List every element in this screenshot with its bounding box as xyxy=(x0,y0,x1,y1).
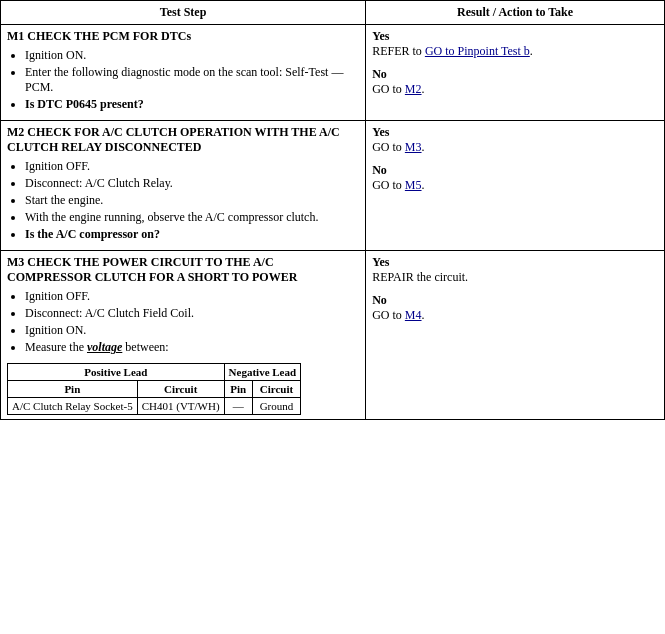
bullet-0-0: Ignition ON. xyxy=(25,48,359,63)
result-block-2-0: YesREPAIR the circuit. xyxy=(372,255,658,285)
bullet-2-1: Disconnect: A/C Clutch Field Coil. xyxy=(25,306,359,321)
step-bullets-m2: Ignition OFF.Disconnect: A/C Clutch Rela… xyxy=(25,159,359,242)
neg-pin-0: — xyxy=(224,398,252,415)
step-right-m3: YesREPAIR the circuit.NoGO to M4. xyxy=(366,251,665,420)
bullet-1-3: With the engine running, observe the A/C… xyxy=(25,210,359,225)
voltage-table-m3: Positive LeadNegative LeadPinCircuitPinC… xyxy=(7,363,301,415)
neg-circuit-0: Ground xyxy=(252,398,300,415)
voltage-table-col-headers: PinCircuitPinCircuit xyxy=(8,381,301,398)
bullet-0-1: Enter the following diagnostic mode on t… xyxy=(25,65,359,95)
bullet-2-2: Ignition ON. xyxy=(25,323,359,338)
col-header-1: Circuit xyxy=(137,381,224,398)
step-heading-m3: M3 CHECK THE POWER CIRCUIT TO THE A/C CO… xyxy=(7,255,359,285)
result-label-2-1: No xyxy=(372,293,387,307)
main-table: Test Step Result / Action to Take M1 CHE… xyxy=(0,0,665,420)
result-link-1-0[interactable]: M3 xyxy=(405,140,422,154)
bullet-2-3: Measure the voltage between: xyxy=(25,340,359,355)
voltage-table-span-header: Positive LeadNegative Lead xyxy=(8,364,301,381)
pos-circuit-0: CH401 (VT/WH) xyxy=(137,398,224,415)
result-block-1-0: YesGO to M3. xyxy=(372,125,658,155)
step-right-m2: YesGO to M3.NoGO to M5. xyxy=(366,121,665,251)
col-header-3: Circuit xyxy=(252,381,300,398)
voltage-table-row-0: A/C Clutch Relay Socket-5CH401 (VT/WH)—G… xyxy=(8,398,301,415)
result-label-2-0: Yes xyxy=(372,255,389,269)
result-link-2-1[interactable]: M4 xyxy=(405,308,422,322)
step-heading-m1: M1 CHECK THE PCM FOR DTCs xyxy=(7,29,359,44)
result-label-0-0: Yes xyxy=(372,29,389,43)
step-bullets-m3: Ignition OFF.Disconnect: A/C Clutch Fiel… xyxy=(25,289,359,355)
result-link-0-1[interactable]: M2 xyxy=(405,82,422,96)
col1-header: Test Step xyxy=(1,1,366,25)
step-heading-m2: M2 CHECK FOR A/C CLUTCH OPERATION WITH T… xyxy=(7,125,359,155)
bullet-1-2: Start the engine. xyxy=(25,193,359,208)
bullet-2-0: Ignition OFF. xyxy=(25,289,359,304)
result-block-1-1: NoGO to M5. xyxy=(372,163,658,193)
result-label-1-0: Yes xyxy=(372,125,389,139)
step-left-m3: M3 CHECK THE POWER CIRCUIT TO THE A/C CO… xyxy=(1,251,366,420)
col-header-0: Pin xyxy=(8,381,138,398)
step-right-m1: YesREFER to GO to Pinpoint Test b.NoGO t… xyxy=(366,25,665,121)
positive-lead-header: Positive Lead xyxy=(8,364,225,381)
bullet-1-4: Is the A/C compressor on? xyxy=(25,227,359,242)
step-left-m2: M2 CHECK FOR A/C CLUTCH OPERATION WITH T… xyxy=(1,121,366,251)
result-label-0-1: No xyxy=(372,67,387,81)
negative-lead-header: Negative Lead xyxy=(224,364,301,381)
bullet-1-1: Disconnect: A/C Clutch Relay. xyxy=(25,176,359,191)
col-header-2: Pin xyxy=(224,381,252,398)
step-bullets-m1: Ignition ON.Enter the following diagnost… xyxy=(25,48,359,112)
result-block-0-1: NoGO to M2. xyxy=(372,67,658,97)
pos-pin-0: A/C Clutch Relay Socket-5 xyxy=(8,398,138,415)
result-link-0-0[interactable]: GO to Pinpoint Test b xyxy=(425,44,530,58)
result-block-2-1: NoGO to M4. xyxy=(372,293,658,323)
step-row-m1: M1 CHECK THE PCM FOR DTCsIgnition ON.Ent… xyxy=(1,25,665,121)
result-block-0-0: YesREFER to GO to Pinpoint Test b. xyxy=(372,29,658,59)
step-left-m1: M1 CHECK THE PCM FOR DTCsIgnition ON.Ent… xyxy=(1,25,366,121)
step-row-m2: M2 CHECK FOR A/C CLUTCH OPERATION WITH T… xyxy=(1,121,665,251)
bullet-1-0: Ignition OFF. xyxy=(25,159,359,174)
step-row-m3: M3 CHECK THE POWER CIRCUIT TO THE A/C CO… xyxy=(1,251,665,420)
bullet-0-2: Is DTC P0645 present? xyxy=(25,97,359,112)
col2-header: Result / Action to Take xyxy=(366,1,665,25)
result-link-1-1[interactable]: M5 xyxy=(405,178,422,192)
result-label-1-1: No xyxy=(372,163,387,177)
